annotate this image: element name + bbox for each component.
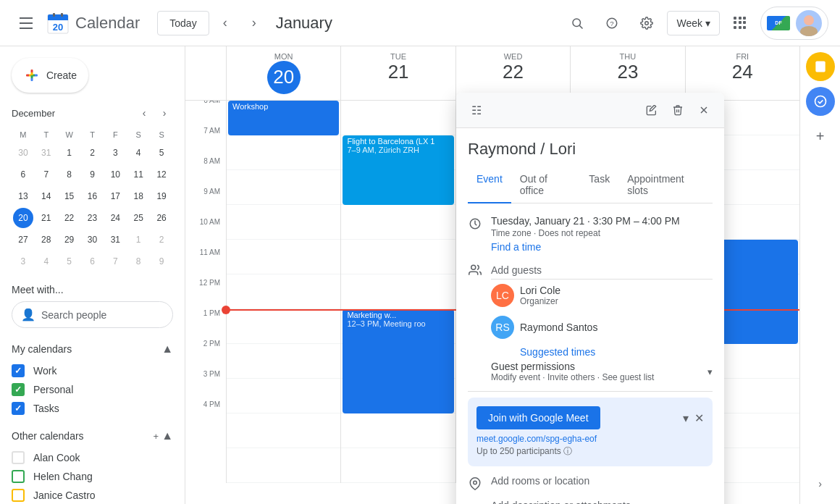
other-calendars-header[interactable]: Other calendars + ▲: [12, 427, 173, 445]
calendar-event[interactable]: Marketing w...12–3 PM, Meeting roo: [343, 309, 453, 413]
mini-cal-day[interactable]: 28: [36, 230, 56, 250]
suggested-times-link[interactable]: Suggested times: [491, 343, 713, 361]
mini-cal-day[interactable]: 9: [82, 164, 102, 185]
calendar-item[interactable]: ✓ Tasks: [12, 399, 173, 418]
view-selector[interactable]: Week ▾: [667, 11, 720, 35]
hour-cell[interactable]: [227, 135, 340, 170]
mini-cal-day[interactable]: 31: [105, 230, 125, 250]
other-calendars-add-icon[interactable]: +: [154, 431, 159, 442]
hour-cell[interactable]: [227, 309, 340, 344]
mini-cal-prev[interactable]: ‹: [135, 104, 153, 122]
modal-close-button[interactable]: [692, 98, 715, 122]
day-column-header[interactable]: MON 20: [226, 46, 340, 100]
mini-cal-day[interactable]: 4: [128, 143, 148, 163]
hour-cell[interactable]: [227, 205, 340, 240]
mini-cal-day[interactable]: 29: [59, 230, 80, 250]
mini-cal-day[interactable]: 22: [59, 208, 80, 228]
mini-cal-day[interactable]: 11: [128, 164, 148, 185]
calendar-item[interactable]: ✓ Personal: [12, 380, 173, 399]
day-column-header[interactable]: TUE 21: [340, 46, 455, 100]
mini-cal-day[interactable]: 7: [36, 164, 56, 185]
hour-cell[interactable]: [341, 274, 455, 309]
calendar-checkbox[interactable]: [12, 451, 25, 464]
calendar-event[interactable]: Workshop: [228, 101, 339, 135]
mini-cal-day[interactable]: 21: [36, 208, 56, 228]
add-right-button[interactable]: +: [806, 122, 835, 151]
settings-button[interactable]: [632, 9, 661, 38]
location-content[interactable]: Add rooms or location: [491, 475, 713, 487]
mini-cal-day[interactable]: 4: [36, 251, 56, 272]
find-time-link[interactable]: Find a time: [491, 241, 713, 253]
mini-cal-day[interactable]: 3: [105, 143, 125, 163]
mini-cal-day[interactable]: 20: [13, 208, 33, 228]
description-content[interactable]: Add description or attachments: [491, 500, 713, 504]
mini-cal-day[interactable]: 15: [59, 186, 80, 206]
mini-cal-day[interactable]: 19: [151, 186, 172, 206]
event-type-tab[interactable]: Task: [580, 167, 618, 203]
modal-drag-button[interactable]: ☷: [465, 98, 488, 122]
mini-cal-day[interactable]: 1: [59, 143, 80, 163]
join-meet-button[interactable]: Join with Google Meet: [476, 406, 600, 429]
create-button[interactable]: Create: [12, 58, 88, 93]
mini-cal-day[interactable]: 24: [105, 208, 125, 228]
mini-cal-day[interactable]: 8: [59, 164, 80, 185]
today-button[interactable]: Today: [157, 11, 209, 35]
hour-cell[interactable]: [227, 448, 340, 483]
mini-cal-day[interactable]: 18: [128, 186, 148, 206]
calendar-item[interactable]: Helen Chang: [12, 467, 173, 486]
help-button[interactable]: ?: [597, 9, 626, 38]
hour-cell[interactable]: [341, 413, 455, 448]
calendar-event[interactable]: Flight to Barcelona (LX 17–9 AM, Zürich …: [343, 135, 453, 205]
hour-cell[interactable]: [227, 413, 340, 448]
day-column-header[interactable]: FRI 24: [685, 46, 799, 100]
mini-cal-day[interactable]: 25: [128, 208, 148, 228]
calendar-item[interactable]: Alan Cook: [12, 448, 173, 467]
menu-button[interactable]: [12, 9, 41, 38]
event-type-tab[interactable]: Out of office: [511, 167, 581, 203]
right-collapse-button[interactable]: ›: [806, 469, 835, 498]
datetime-text[interactable]: Tuesday, January 21 · 3:30 PM – 4:00 PM: [491, 215, 713, 227]
mini-cal-day[interactable]: 7: [105, 251, 125, 272]
modal-edit-button[interactable]: [640, 98, 663, 122]
mini-cal-day[interactable]: 9: [151, 251, 172, 272]
mini-cal-day[interactable]: 23: [82, 208, 102, 228]
search-people-button[interactable]: 👤 Search people: [12, 301, 173, 328]
modal-delete-button[interactable]: [666, 98, 689, 122]
mini-cal-day[interactable]: 2: [82, 143, 102, 163]
mini-cal-day[interactable]: 30: [13, 143, 33, 163]
mini-cal-day[interactable]: 17: [105, 186, 125, 206]
mini-cal-day[interactable]: 6: [13, 164, 33, 185]
calendar-item[interactable]: Janice Castro: [12, 486, 173, 504]
meet-remove-icon[interactable]: ✕: [694, 411, 704, 425]
hour-cell[interactable]: [227, 379, 340, 413]
apps-button[interactable]: [726, 9, 755, 38]
hour-cell[interactable]: [341, 448, 455, 483]
calendar-checkbox[interactable]: ✓: [12, 364, 25, 377]
notes-button[interactable]: [806, 52, 835, 81]
account-info[interactable]: DF: [760, 7, 828, 40]
mini-cal-day[interactable]: 27: [13, 230, 33, 250]
hour-cell[interactable]: [341, 240, 455, 274]
mini-cal-day[interactable]: 13: [13, 186, 33, 206]
mini-cal-day[interactable]: 2: [151, 230, 172, 250]
calendar-checkbox[interactable]: [12, 489, 25, 502]
calendar-checkbox[interactable]: [12, 470, 25, 483]
mini-cal-day[interactable]: 3: [13, 251, 33, 272]
next-button[interactable]: ›: [241, 10, 267, 36]
mini-cal-day[interactable]: 8: [128, 251, 148, 272]
event-type-tab[interactable]: Event: [468, 167, 511, 203]
hour-cell[interactable]: [341, 205, 455, 240]
hour-cell[interactable]: [227, 170, 340, 205]
meet-link[interactable]: meet.google.com/spg-egha-eof: [476, 434, 704, 444]
add-guests-input[interactable]: [491, 261, 713, 280]
mini-cal-day[interactable]: 6: [82, 251, 102, 272]
prev-button[interactable]: ‹: [212, 10, 238, 36]
calendar-checkbox[interactable]: ✓: [12, 383, 25, 396]
mini-cal-day[interactable]: 16: [82, 186, 102, 206]
mini-cal-day[interactable]: 26: [151, 208, 172, 228]
mini-cal-day[interactable]: 31: [36, 143, 56, 163]
hour-cell[interactable]: [341, 101, 455, 135]
mini-cal-day[interactable]: 5: [151, 143, 172, 163]
tasks-button[interactable]: [806, 87, 835, 116]
permissions-expand-icon[interactable]: ▾: [707, 366, 713, 377]
